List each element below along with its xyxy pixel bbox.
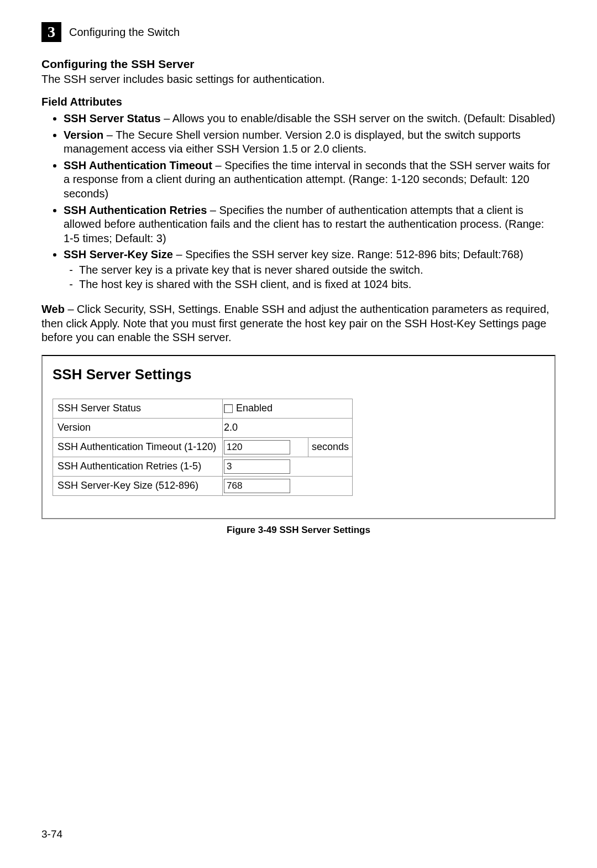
- term: SSH Server-Key Size: [64, 248, 173, 260]
- row-label: Version: [53, 418, 223, 437]
- desc: – Specifies the SSH server key size. Ran…: [173, 248, 523, 260]
- chapter-title: Configuring the Switch: [69, 26, 180, 39]
- row-value: [223, 437, 308, 457]
- figure-panel: SSH Server Settings SSH Server Status En…: [41, 355, 556, 519]
- sub-item: The server key is a private key that is …: [79, 263, 556, 278]
- web-note: Web – Click Security, SSH, Settings. Ena…: [41, 302, 556, 345]
- desc: – Allows you to enable/disable the SSH s…: [161, 112, 556, 124]
- timeout-input[interactable]: [224, 440, 290, 454]
- settings-table: SSH Server Status Enabled Version 2.0 SS…: [53, 399, 353, 496]
- term: SSH Server Status: [64, 112, 161, 124]
- table-row: SSH Server-Key Size (512-896): [53, 476, 353, 495]
- list-item: Version – The Secure Shell version numbe…: [64, 128, 556, 156]
- list-item: SSH Authentication Timeout – Specifies t…: [64, 159, 556, 201]
- document-page: 3 Configuring the Switch Configuring the…: [0, 0, 597, 868]
- enabled-checkbox[interactable]: [224, 404, 233, 413]
- row-value: [223, 476, 353, 495]
- list-item: SSH Server-Key Size – Specifies the SSH …: [64, 248, 556, 291]
- table-row: SSH Authentication Timeout (1-120) secon…: [53, 437, 353, 457]
- page-header: 3 Configuring the Switch: [41, 22, 556, 42]
- term: SSH Authentication Retries: [64, 204, 207, 216]
- unit-label: seconds: [308, 437, 353, 457]
- row-value: [223, 457, 353, 476]
- list-item: SSH Authentication Retries – Specifies t…: [64, 203, 556, 246]
- row-value: 2.0: [223, 418, 353, 437]
- table-row: SSH Authentication Retries (1-5): [53, 457, 353, 476]
- list-item: SSH Server Status – Allows you to enable…: [64, 112, 556, 126]
- row-label: SSH Authentication Retries (1-5): [53, 457, 223, 476]
- row-label: SSH Authentication Timeout (1-120): [53, 437, 223, 457]
- term: Version: [64, 129, 103, 141]
- row-label: SSH Server Status: [53, 399, 223, 418]
- table-row: SSH Server Status Enabled: [53, 399, 353, 418]
- table-row: Version 2.0: [53, 418, 353, 437]
- web-desc: – Click Security, SSH, Settings. Enable …: [41, 303, 549, 343]
- enabled-label: Enabled: [236, 402, 273, 414]
- retries-input[interactable]: [224, 459, 290, 474]
- panel-title: SSH Server Settings: [53, 366, 544, 383]
- web-term: Web: [41, 303, 65, 315]
- field-attributes-list: SSH Server Status – Allows you to enable…: [41, 112, 556, 291]
- section-heading: Configuring the SSH Server: [41, 57, 556, 71]
- term: SSH Authentication Timeout: [64, 159, 212, 171]
- desc: – The Secure Shell version number. Versi…: [64, 129, 521, 155]
- sub-item: The host key is shared with the SSH clie…: [79, 278, 556, 292]
- row-label: SSH Server-Key Size (512-896): [53, 476, 223, 495]
- keysize-input[interactable]: [224, 479, 290, 493]
- row-value: Enabled: [223, 399, 353, 418]
- figure-caption: Figure 3-49 SSH Server Settings: [41, 525, 556, 536]
- section-intro: The SSH server includes basic settings f…: [41, 73, 556, 86]
- chapter-number-box: 3: [41, 22, 61, 42]
- field-attributes-heading: Field Attributes: [41, 96, 556, 108]
- page-number: 3-74: [41, 828, 62, 840]
- sub-list: The server key is a private key that is …: [64, 263, 556, 291]
